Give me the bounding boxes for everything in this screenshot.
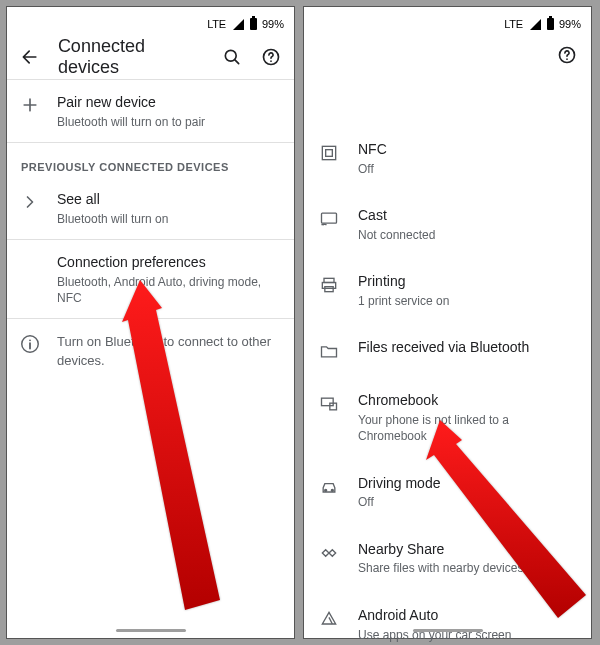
pref-row-folder[interactable]: Files received via Bluetooth: [304, 323, 591, 376]
pref-title: Files received via Bluetooth: [358, 338, 577, 357]
svg-rect-9: [322, 213, 337, 223]
status-bar: LTE 99%: [7, 7, 294, 35]
pair-sub: Bluetooth will turn on to pair: [57, 114, 282, 130]
pref-title: Nearby Share: [358, 540, 577, 559]
svg-rect-13: [322, 398, 334, 406]
svg-rect-7: [322, 146, 335, 159]
see-all-sub: Bluetooth will turn on: [57, 211, 282, 227]
androidauto-icon: [318, 608, 340, 630]
connpref-sub: Bluetooth, Android Auto, driving mode, N…: [57, 274, 282, 306]
car-icon: [318, 476, 340, 498]
battery-label: 99%: [262, 18, 284, 30]
chevron-right-icon: [19, 191, 41, 213]
cast-icon: [318, 208, 340, 230]
pref-title: NFC: [358, 140, 577, 159]
connpref-title: Connection preferences: [57, 253, 282, 272]
svg-rect-8: [326, 150, 333, 157]
pref-title: Printing: [358, 272, 577, 291]
pref-sub: Off: [358, 161, 577, 177]
search-icon: [222, 47, 242, 67]
print-icon: [318, 274, 340, 296]
screenshot-connection-preferences: LTE 99% NFCOffCastNot connectedPrinting1…: [303, 6, 592, 639]
battery-label: 99%: [559, 18, 581, 30]
pref-title: Driving mode: [358, 474, 577, 493]
pair-title: Pair new device: [57, 93, 282, 112]
pref-row-car[interactable]: Driving modeOff: [304, 459, 591, 525]
pref-sub: 1 print service on: [358, 293, 577, 309]
info-text: Turn on Bluetooth to connect to other de…: [57, 333, 282, 369]
status-bar: LTE 99%: [304, 7, 591, 35]
pref-row-androidauto[interactable]: Android AutoUse apps on your car screen: [304, 591, 591, 645]
folder-icon: [318, 340, 340, 362]
help-icon: [261, 47, 281, 67]
pref-row-chromebook[interactable]: ChromebookYour phone is not linked to a …: [304, 376, 591, 458]
battery-icon: [547, 18, 554, 30]
info-icon: [19, 333, 41, 355]
battery-icon: [250, 18, 257, 30]
pref-sub: Not connected: [358, 227, 577, 243]
arrow-back-icon: [20, 47, 40, 67]
back-button[interactable]: [13, 39, 48, 75]
svg-point-2: [270, 60, 272, 62]
page-title: Connected devices: [58, 36, 206, 78]
nearby-icon: [318, 542, 340, 564]
see-all-row[interactable]: See all Bluetooth will turn on: [7, 177, 294, 239]
nav-handle[interactable]: [413, 629, 483, 632]
pref-title: Cast: [358, 206, 577, 225]
pref-row-print[interactable]: Printing1 print service on: [304, 257, 591, 323]
screenshot-connected-devices: LTE 99% Connected devices Pair n: [6, 6, 295, 639]
help-icon: [557, 45, 577, 65]
pref-title: Chromebook: [358, 391, 577, 410]
pref-row-nfc[interactable]: NFCOff: [304, 125, 591, 191]
app-bar: Connected devices: [7, 35, 294, 79]
bluetooth-info-row: Turn on Bluetooth to connect to other de…: [7, 319, 294, 383]
nfc-icon: [318, 142, 340, 164]
section-previous-devices: PREVIOUSLY CONNECTED DEVICES: [7, 143, 294, 177]
signal-icon: [530, 19, 541, 30]
chromebook-icon: [318, 393, 340, 415]
help-button[interactable]: [549, 37, 585, 73]
svg-point-6: [566, 58, 568, 60]
pref-title: Android Auto: [358, 606, 577, 625]
pref-sub: Off: [358, 494, 577, 510]
network-label: LTE: [207, 18, 226, 30]
pref-sub: Share files with nearby devices: [358, 560, 577, 576]
plus-icon: [19, 94, 41, 116]
blank-icon: [19, 254, 41, 276]
see-all-title: See all: [57, 190, 282, 209]
connection-preferences-row[interactable]: Connection preferences Bluetooth, Androi…: [7, 240, 294, 318]
search-button[interactable]: [214, 39, 249, 75]
network-label: LTE: [504, 18, 523, 30]
svg-point-16: [331, 489, 333, 491]
pref-sub: Your phone is not linked to a Chromebook: [358, 412, 577, 444]
svg-rect-12: [325, 287, 333, 292]
signal-icon: [233, 19, 244, 30]
pair-new-device-row[interactable]: Pair new device Bluetooth will turn on t…: [7, 80, 294, 142]
svg-point-15: [325, 489, 327, 491]
nav-handle[interactable]: [116, 629, 186, 632]
help-button[interactable]: [253, 39, 288, 75]
preferences-list: NFCOffCastNot connectedPrinting1 print s…: [304, 35, 591, 645]
pref-row-nearby[interactable]: Nearby ShareShare files with nearby devi…: [304, 525, 591, 591]
pref-row-cast[interactable]: CastNot connected: [304, 191, 591, 257]
svg-point-4: [29, 340, 31, 342]
